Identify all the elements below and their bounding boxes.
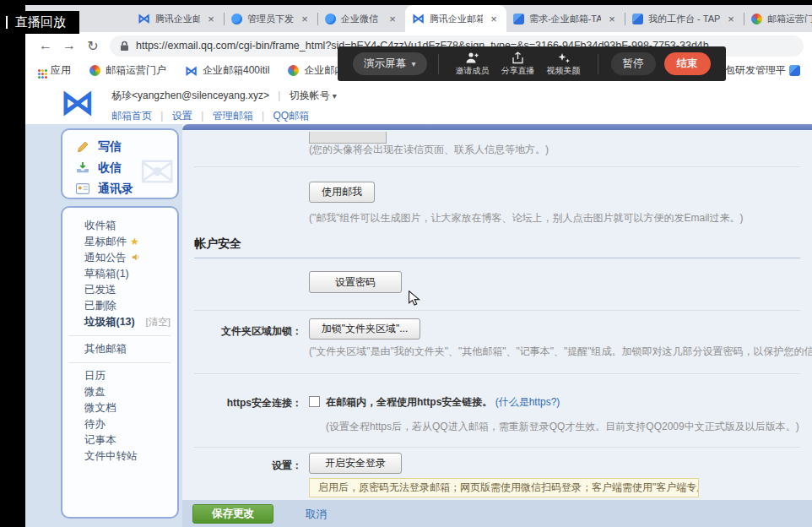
app-weidoc[interactable]: 微文档: [62, 400, 177, 416]
enable-secure-login-button[interactable]: 开启安全登录: [309, 453, 402, 474]
bookmark-label: 邮箱运营门户: [106, 63, 166, 78]
invite-members-button[interactable]: 邀请成员: [450, 52, 495, 77]
close-icon[interactable]: ×: [205, 13, 217, 25]
pause-button[interactable]: 暂停: [611, 52, 656, 75]
tab-activation[interactable]: 管理员下发激活码 ×: [225, 5, 317, 32]
folder-deleted[interactable]: 已删除: [62, 298, 177, 314]
tapd-icon[interactable]: [789, 65, 800, 76]
user-address: 杨珍<yangzhen@silenceyang.xyz>: [111, 90, 269, 101]
screen: ⋈ 腾讯企业邮箱 × 管理员下发激活码 × 企业微信 × ⋈ 腾讯企业邮箱 - …: [0, 0, 812, 527]
lock-icon: [120, 41, 129, 52]
apps-grid-icon: [38, 69, 41, 72]
section-title-account-security: 帐户安全: [194, 236, 241, 252]
exmail-logo: ⋈: [61, 83, 95, 122]
tab-title: 管理员下发激活码: [247, 13, 294, 25]
nav-manage-mail[interactable]: 管理邮箱: [213, 110, 253, 122]
tab-title: 需求-企业邮箱-TA: [529, 13, 601, 25]
section-underline: [194, 258, 800, 258]
folder-junk[interactable]: 垃圾箱(13)[清空]: [62, 314, 177, 330]
mail-header: ⋈ 杨珍<yangzhen@silenceyang.xyz> | 切换帐号▾ 邮…: [25, 82, 812, 124]
switch-account-link[interactable]: 切换帐号: [290, 90, 330, 101]
folder-inbox[interactable]: 收件箱: [62, 218, 177, 234]
close-icon[interactable]: ×: [488, 13, 500, 25]
apps-button[interactable]: 应用: [37, 63, 71, 78]
folder-other-mail[interactable]: 其他邮箱: [62, 341, 177, 357]
panel-top-bar: [182, 124, 812, 130]
tab-tapd-requirement[interactable]: 需求-企业邮箱-TA ×: [506, 5, 625, 32]
nav-qqmail[interactable]: QQ邮箱: [273, 110, 309, 122]
inbox-icon: [76, 161, 89, 174]
back-button[interactable]: ←: [34, 38, 57, 53]
portal-icon: [89, 65, 100, 76]
tapd-icon: [632, 14, 643, 24]
app-notes[interactable]: 记事本: [62, 432, 177, 448]
app-weidisk[interactable]: 微盘: [62, 384, 177, 400]
close-icon[interactable]: ×: [606, 13, 618, 25]
live-replay-badge: 直播回放: [0, 11, 79, 34]
folder-notice[interactable]: 通知公告: [62, 250, 177, 266]
close-icon[interactable]: ×: [725, 13, 737, 25]
compose-panel: ✉ 写信 收信 通讯录: [61, 128, 179, 199]
share-live-label: 分享直播: [501, 65, 535, 77]
video-beauty-button[interactable]: 视频美颜: [541, 52, 587, 77]
what-is-https-link[interactable]: (什么是https?): [495, 396, 560, 408]
end-button[interactable]: 结束: [664, 52, 711, 75]
https-text: 在邮箱内，全程使用https安全链接。: [326, 396, 492, 408]
close-icon[interactable]: ×: [299, 13, 311, 25]
forward-button[interactable]: →: [57, 38, 81, 53]
divider: [69, 362, 171, 363]
secure-login-label: 设置：: [182, 459, 302, 473]
folder-label: 垃圾箱(13): [84, 316, 135, 328]
set-password-button[interactable]: 设置密码: [309, 271, 402, 293]
invite-members-label: 邀请成员: [456, 65, 490, 77]
workspace: ✉ 写信 收信 通讯录 收件箱: [25, 124, 812, 527]
tab-exmail-1[interactable]: ⋈ 腾讯企业邮箱 ×: [131, 5, 224, 32]
tab-title: 腾讯企业邮箱: [155, 13, 200, 25]
tab-portal[interactable]: 邮箱运营门: [744, 5, 812, 32]
bookmark-label: 应用: [51, 63, 71, 78]
nav-settings[interactable]: 设置: [172, 110, 192, 122]
folder-lock-label: 文件夹区域加锁：: [182, 324, 302, 339]
cancel-link[interactable]: 取消: [306, 508, 327, 522]
receive-button[interactable]: 收信: [62, 157, 177, 178]
save-changes-button[interactable]: 保存更改: [192, 504, 273, 524]
folder-drafts[interactable]: 草稿箱(1): [62, 266, 177, 282]
tab-tapd-workspace[interactable]: 我的工作台 - TAP ×: [625, 5, 744, 32]
divider: [598, 54, 598, 74]
lock-folder-area-button[interactable]: 加锁"文件夹区域"...: [309, 318, 420, 340]
https-checkbox[interactable]: [309, 396, 320, 407]
portal-icon: [288, 65, 299, 76]
receive-label: 收信: [98, 160, 122, 176]
compose-label: 写信: [98, 139, 122, 155]
divider: [194, 310, 800, 311]
https-label: https安全连接：: [182, 396, 302, 410]
present-screen-button[interactable]: 演示屏幕 ▾: [353, 52, 427, 75]
bookmark-mail-portal[interactable]: 邮箱运营门户: [89, 63, 166, 78]
tapd-icon: [513, 14, 524, 24]
app-calendar[interactable]: 日历: [62, 368, 177, 384]
junk-clear-action[interactable]: [清空]: [146, 314, 171, 330]
divider: [194, 373, 800, 374]
tab-wecom[interactable]: 企业微信 ×: [318, 5, 405, 32]
share-live-button[interactable]: 分享直播: [495, 52, 541, 77]
speaker-icon: [131, 253, 141, 264]
tab-exmail-active[interactable]: ⋈ 腾讯企业邮箱 - 常 ×: [405, 5, 506, 32]
live-replay-label: 直播回放: [15, 14, 66, 30]
bookmark-exmail-400[interactable]: ⋈ 企业邮箱400itil: [185, 63, 269, 78]
mouse-cursor: [408, 291, 421, 306]
avatar-button-cutoff[interactable]: [309, 132, 387, 144]
folder-starred[interactable]: 星标邮件★: [62, 234, 177, 250]
nav-mail-home[interactable]: 邮箱首页: [111, 110, 152, 122]
app-file-transfer[interactable]: 文件中转站: [62, 448, 177, 465]
chevron-down-icon: ▾: [411, 59, 415, 68]
contacts-button[interactable]: 通讯录: [62, 178, 177, 199]
divider: [194, 166, 800, 167]
use-mailme-button[interactable]: 使用邮我: [309, 182, 375, 203]
folder-sent[interactable]: 已发送: [62, 282, 177, 298]
invite-person-icon: [465, 52, 479, 64]
app-todo[interactable]: 待办: [62, 416, 177, 432]
compose-button[interactable]: 写信: [62, 136, 177, 157]
close-icon[interactable]: ×: [387, 13, 398, 25]
wecom-icon: [231, 14, 242, 24]
reload-button[interactable]: ↻: [81, 38, 105, 54]
